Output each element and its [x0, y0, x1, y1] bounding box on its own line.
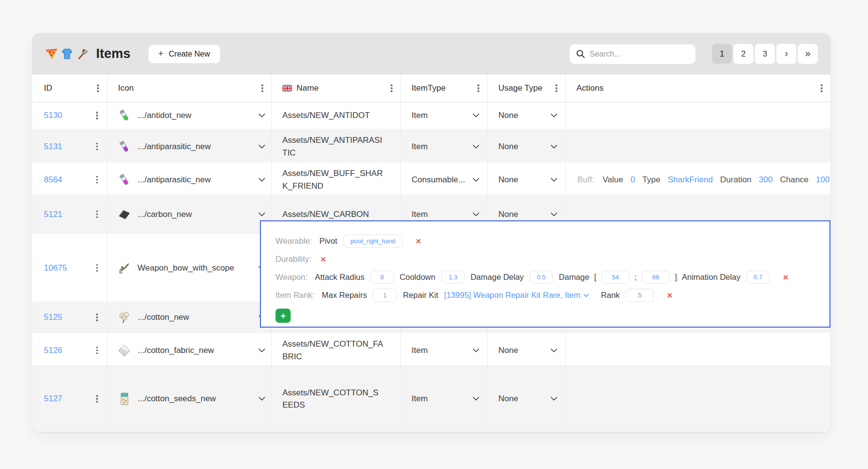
row-menu-icon[interactable]: [95, 174, 99, 186]
uk-flag-icon: [282, 85, 292, 92]
damage-max-input[interactable]: [642, 271, 670, 284]
column-header-usagetype: Usage Type: [488, 75, 566, 102]
column-header-itemtype: ItemType: [401, 75, 488, 102]
weapon-row: Weapon: Attack Radius Cooldown Damage De…: [276, 268, 818, 286]
row-menu-icon[interactable]: [95, 393, 99, 405]
row-id-link[interactable]: 10675: [44, 263, 67, 273]
column-menu-icon[interactable]: [390, 82, 394, 94]
chevron-down-icon[interactable]: [258, 345, 265, 352]
icon-path-label: .../cotton_new: [138, 313, 189, 322]
durability-label: Durability:: [276, 254, 311, 264]
row-id-link[interactable]: 5126: [44, 346, 62, 355]
itemtype-value: Item: [412, 111, 428, 120]
cotton-icon: [117, 310, 132, 325]
itemtype-value: Item: [412, 210, 428, 219]
column-menu-icon[interactable]: [476, 82, 480, 94]
chevron-down-icon[interactable]: [258, 111, 265, 117]
buff-actions-cell: Buff: Value 0 Type SharkFriend Duration …: [566, 162, 830, 197]
damage-min-input[interactable]: [601, 271, 630, 284]
buff-duration[interactable]: 300: [759, 175, 772, 185]
name-cell[interactable]: Assets/NEW_ANTIPARASITIC: [272, 129, 401, 164]
create-new-button[interactable]: + Create New: [148, 45, 220, 63]
chevron-down-icon[interactable]: [473, 175, 479, 181]
add-property-button[interactable]: +: [276, 309, 291, 323]
max-repairs-input[interactable]: [373, 289, 397, 302]
chevron-down-icon[interactable]: [473, 209, 479, 216]
table-row: 5126 .../cotton_fabric_new Assets/NEW_CO…: [32, 333, 830, 366]
name-cell[interactable]: Assets/NEW_COTTON_SEEDS: [272, 366, 401, 432]
repair-kit-label: Repair Kit: [403, 291, 438, 300]
wearable-label: Wearable:: [276, 236, 312, 246]
damage-delay-label: Damage Delay: [471, 273, 524, 282]
buff-chance[interactable]: 100: [816, 175, 829, 185]
chevron-down-icon[interactable]: [258, 394, 265, 401]
chevron-down-icon[interactable]: [258, 141, 265, 148]
row-id-link[interactable]: 5121: [44, 210, 62, 219]
icon-path-label: .../antidot_new: [138, 111, 192, 120]
row-menu-icon[interactable]: [95, 209, 99, 220]
column-menu-icon[interactable]: [260, 82, 264, 94]
name-cell[interactable]: Assets/NEW_ANTIDOT: [272, 102, 401, 129]
buff-value[interactable]: 0: [631, 175, 635, 185]
row-id-link[interactable]: 5130: [44, 111, 62, 120]
row-menu-icon[interactable]: [95, 110, 99, 121]
chevron-down-icon[interactable]: [551, 209, 557, 216]
pagination-next-button[interactable]: ›: [776, 44, 796, 64]
name-cell[interactable]: Assets/NEW_COTTON_FABRIC: [272, 333, 401, 368]
cotton-seeds-icon: [117, 391, 132, 406]
remove-wearable-button[interactable]: ×: [416, 236, 421, 246]
cooldown-input[interactable]: [441, 271, 465, 284]
chevron-down-icon[interactable]: [258, 175, 265, 181]
chevron-down-icon[interactable]: [473, 394, 479, 401]
remove-weapon-button[interactable]: ×: [783, 273, 788, 282]
attack-radius-input[interactable]: [371, 271, 394, 284]
chevron-down-icon[interactable]: [551, 175, 557, 181]
remove-item-rank-button[interactable]: ×: [667, 291, 672, 300]
column-menu-icon[interactable]: [554, 82, 558, 94]
table-row: 5131 .../antiparasitic_new Assets/NEW_AN…: [32, 129, 830, 162]
rank-input[interactable]: [626, 289, 654, 302]
icon-path-label: .../antiparasitic_new: [138, 175, 211, 185]
row-menu-icon[interactable]: [95, 141, 99, 153]
chevron-down-icon[interactable]: [551, 141, 557, 148]
repair-kit-select[interactable]: [13995] Weapon Repair Kit Rare, Item: [444, 291, 588, 300]
damage-delay-input[interactable]: [530, 271, 553, 284]
chevron-down-icon[interactable]: [473, 141, 479, 148]
chevron-down-icon[interactable]: [473, 345, 479, 352]
row-menu-icon[interactable]: [95, 345, 99, 356]
pagination-page-2[interactable]: 2: [733, 44, 753, 64]
search-box[interactable]: [570, 44, 695, 64]
pagination-page-1[interactable]: 1: [712, 44, 732, 64]
bow-icon: [117, 261, 132, 275]
row-menu-icon[interactable]: [95, 312, 99, 323]
search-input[interactable]: [590, 50, 689, 59]
chevron-down-icon[interactable]: [551, 345, 557, 352]
remove-durability-button[interactable]: ×: [320, 254, 326, 264]
chevron-down-icon[interactable]: [551, 394, 557, 401]
animation-delay-input[interactable]: [746, 271, 769, 284]
name-cell[interactable]: Assets/NEW_BUFF_SHARK_FRIEND: [272, 162, 401, 197]
row-id-link[interactable]: 8564: [44, 175, 62, 185]
buff-type[interactable]: SharkFriend: [668, 175, 713, 185]
pizza-icon: [45, 47, 58, 60]
row-menu-icon[interactable]: [95, 262, 99, 274]
chevron-down-icon[interactable]: [551, 111, 557, 117]
itemtype-value: Consumable...: [412, 175, 465, 185]
axe-icon: [76, 47, 89, 60]
usagetype-value: None: [498, 142, 518, 152]
pagination-page-3[interactable]: 3: [755, 44, 775, 64]
row-id-link[interactable]: 5131: [44, 142, 62, 152]
usagetype-value: None: [498, 210, 518, 219]
column-menu-icon[interactable]: [820, 82, 824, 94]
max-repairs-label: Max Repairs: [322, 291, 367, 300]
attack-radius-label: Attack Radius: [315, 273, 365, 282]
row-id-link[interactable]: 5125: [44, 313, 62, 322]
chevron-down-icon[interactable]: [258, 209, 265, 216]
pagination-last-button[interactable]: »: [798, 44, 818, 64]
animation-delay-label: Animation Delay: [682, 273, 740, 282]
chevron-down-icon[interactable]: [473, 111, 479, 117]
icon-path-label: .../antiparasitic_new: [138, 142, 211, 152]
row-id-link[interactable]: 5127: [44, 394, 62, 404]
pivot-input[interactable]: [343, 234, 403, 248]
column-menu-icon[interactable]: [96, 82, 100, 94]
